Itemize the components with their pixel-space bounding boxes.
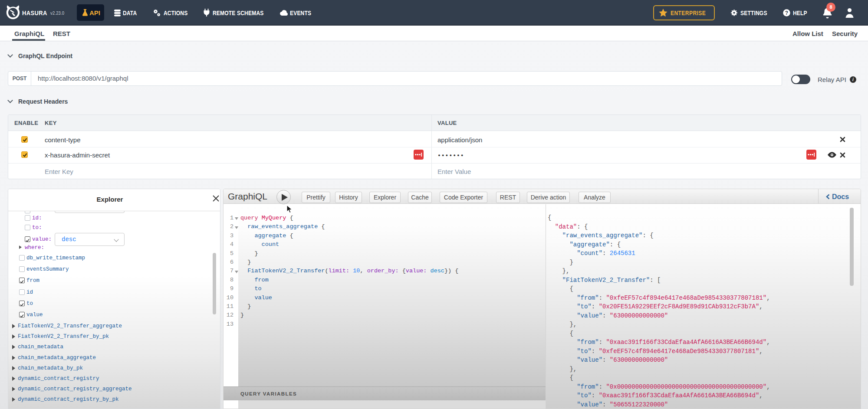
svg-text:?: ?	[785, 10, 788, 16]
